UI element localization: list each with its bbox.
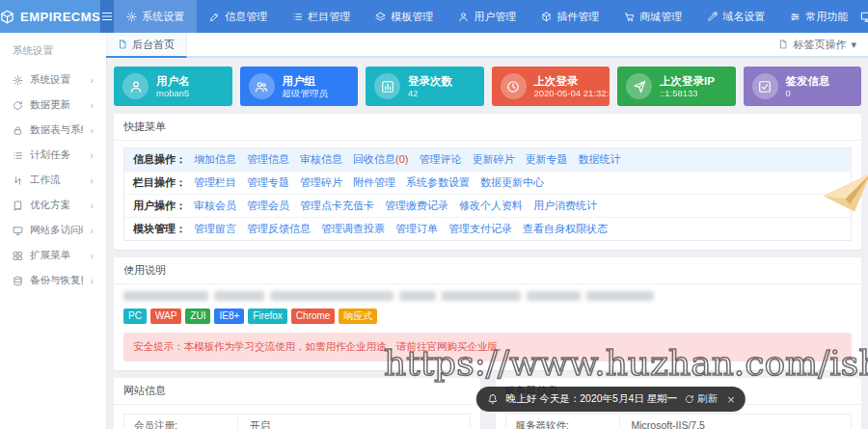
tab-backend-home[interactable]: 后台首页	[106, 33, 187, 58]
quick-link[interactable]: 修改个人资料	[459, 199, 523, 213]
quick-link[interactable]: 管理订单	[395, 222, 438, 236]
chevron-right-icon: ›	[90, 250, 94, 261]
brand-title: EMPIRECMS	[20, 10, 100, 24]
card-last-login-ip[interactable]: 上次登录IP::1:58133	[617, 67, 736, 106]
sidebar-item-extended-menu[interactable]: 扩展菜单›	[0, 243, 106, 268]
quick-row-user-ops: 用户操作： 审核会员 管理会员 管理点卡充值卡 管理缴费记录 修改个人资料 用户…	[124, 194, 851, 217]
menu-label: 信息管理	[225, 10, 267, 24]
panel-title: 使用说明	[114, 257, 861, 284]
compatibility-badges: PC WAP ZUI IE8+ Firefox Chrome 响应式	[123, 308, 852, 324]
quick-row-info-ops: 信息操作： 增加信息 管理信息 审核信息 回收信息(0) 管理评论 更新碎片 更…	[124, 148, 851, 171]
chevron-right-icon: ›	[90, 174, 94, 186]
menu-item-user-management[interactable]: 用户管理	[446, 0, 529, 33]
card-username[interactable]: 用户名moban5	[114, 67, 232, 106]
caret-down-icon: ▾	[851, 39, 856, 51]
server-info-table: 服务器软件:Microsoft-IIS/7.5 操作系统:WINNT PHP版本…	[505, 414, 853, 429]
chevron-right-icon: ›	[90, 149, 94, 161]
chevron-right-icon: ›	[90, 225, 94, 236]
quick-link[interactable]: 管理点卡充值卡	[300, 199, 374, 213]
sidebar-item-scheduled-tasks[interactable]: 计划任务›	[0, 143, 106, 168]
database-icon	[13, 276, 23, 286]
recycle-count-badge: (0)	[395, 153, 408, 165]
brand-logo[interactable]: EMPIRECMS	[0, 0, 100, 33]
quick-link[interactable]: 管理调查投票	[321, 222, 385, 236]
quick-link[interactable]: 查看自身权限状态	[523, 222, 608, 236]
tab-actions-dropdown[interactable]: 标签页操作 ▾	[767, 33, 868, 56]
wrench-icon	[707, 12, 718, 22]
card-issued-info[interactable]: 签发信息0	[744, 67, 862, 106]
quick-link[interactable]: 数据统计	[578, 152, 620, 167]
menu-item-template-management[interactable]: 模板管理	[363, 0, 446, 33]
quick-link[interactable]: 回收信息(0)	[353, 152, 408, 167]
book-icon	[13, 201, 23, 211]
sidebar-item-multi-access[interactable]: 网站多访问端›	[0, 218, 106, 243]
card-login-count[interactable]: 登录次数42	[366, 67, 484, 106]
menu-label: 栏目管理	[308, 10, 350, 24]
greeting-toast: 晚上好 今天是：2020年5月4日 星期一 刷新 ×	[476, 387, 746, 412]
quick-link[interactable]: 管理专题	[247, 175, 289, 190]
badge-responsive: 响应式	[339, 308, 377, 324]
badge-ie8: IE8+	[214, 308, 244, 324]
quick-link[interactable]: 管理会员	[247, 199, 289, 213]
clock-icon	[501, 73, 527, 99]
bell-icon	[487, 393, 499, 405]
sidebar-item-tables-models[interactable]: 数据表与系统模型›	[0, 118, 106, 143]
cart-icon	[624, 12, 635, 22]
sidebar-toggle-button[interactable]	[100, 0, 114, 33]
main-area: 后台首页 标签页操作 ▾ 用户名moban5 用户组超级管理员 登录次数42	[106, 33, 868, 429]
gear-icon	[13, 75, 23, 86]
sidebar-item-optimization[interactable]: 优化方案›	[0, 193, 106, 218]
sidebar-item-workflow[interactable]: 工作流›	[0, 168, 106, 193]
badge-wap: WAP	[150, 308, 181, 324]
user-icon	[458, 12, 469, 22]
desktop-icon	[13, 226, 23, 236]
quick-link[interactable]: 审核会员	[194, 199, 236, 213]
quick-link[interactable]: 审核信息	[300, 152, 342, 167]
site-info-panel: 网站信息 会员注册:开启 会员投稿:开启 管理员个数:2 人 未审核评论:1 条…	[114, 378, 480, 429]
site-info-table: 会员注册:开启 会员投稿:开启 管理员个数:2 人 未审核评论:1 条 未审核会…	[123, 414, 471, 429]
quick-link[interactable]: 附件管理	[353, 175, 395, 190]
desktop-icon[interactable]	[860, 11, 868, 23]
paper-plane-icon	[626, 73, 652, 99]
quick-link[interactable]: 管理评论	[419, 152, 461, 167]
document-icon	[778, 40, 788, 49]
user-icon	[122, 73, 149, 99]
quick-link[interactable]: 管理碎片	[300, 175, 342, 190]
quick-link[interactable]: 管理缴费记录	[385, 199, 448, 213]
quick-link[interactable]: 更新专题	[525, 152, 567, 167]
quick-link[interactable]: 管理栏目	[194, 175, 236, 190]
menu-label: 插件管理	[556, 10, 599, 24]
sidebar-item-backup-restore[interactable]: 备份与恢复数据›	[0, 268, 106, 293]
quick-link[interactable]: 用户消费统计	[533, 199, 597, 213]
menu-label: 系统设置	[142, 10, 184, 24]
menu-item-domain-settings[interactable]: 域名设置	[694, 0, 777, 33]
menu-item-info-management[interactable]: 信息管理	[197, 0, 280, 33]
quick-link[interactable]: 增加信息	[194, 152, 236, 167]
menu-item-common-functions[interactable]: 常用功能	[777, 0, 860, 33]
menu-label: 模板管理	[391, 10, 433, 24]
menu-item-mall-management[interactable]: 商城管理	[611, 0, 694, 33]
menu-item-plugin-management[interactable]: 插件管理	[529, 0, 611, 33]
quick-link[interactable]: 系统参数设置	[406, 175, 470, 190]
card-last-login[interactable]: 上次登录2020-05-04 21:32:44	[492, 67, 610, 106]
badge-zui: ZUI	[185, 308, 210, 324]
quick-link[interactable]: 数据更新中心	[480, 175, 544, 190]
quick-row-column-ops: 栏目操作： 管理栏目 管理专题 管理碎片 附件管理 系统参数设置 数据更新中心	[124, 171, 851, 194]
card-usergroup[interactable]: 用户组超级管理员	[240, 67, 359, 106]
toast-refresh-button[interactable]: 刷新	[685, 392, 718, 406]
lock-icon	[13, 125, 23, 136]
refresh-icon	[13, 100, 23, 111]
sidebar-item-system-settings[interactable]: 系统设置›	[0, 67, 106, 93]
menu-item-column-management[interactable]: 栏目管理	[280, 0, 363, 33]
panel-title: 网站信息	[114, 378, 480, 405]
quick-link[interactable]: 更新碎片	[472, 152, 514, 167]
quick-link[interactable]: 管理支付记录	[448, 222, 512, 236]
document-icon	[118, 40, 127, 49]
toast-close-button[interactable]: ×	[727, 392, 735, 407]
quick-link[interactable]: 管理信息	[247, 152, 289, 167]
quick-link[interactable]: 管理反馈信息	[247, 222, 311, 236]
sidebar-item-data-update[interactable]: 数据更新›	[0, 93, 106, 118]
quick-link[interactable]: 管理留言	[194, 222, 236, 236]
menu-item-system-settings[interactable]: 系统设置	[114, 0, 197, 33]
users-icon	[249, 73, 275, 99]
